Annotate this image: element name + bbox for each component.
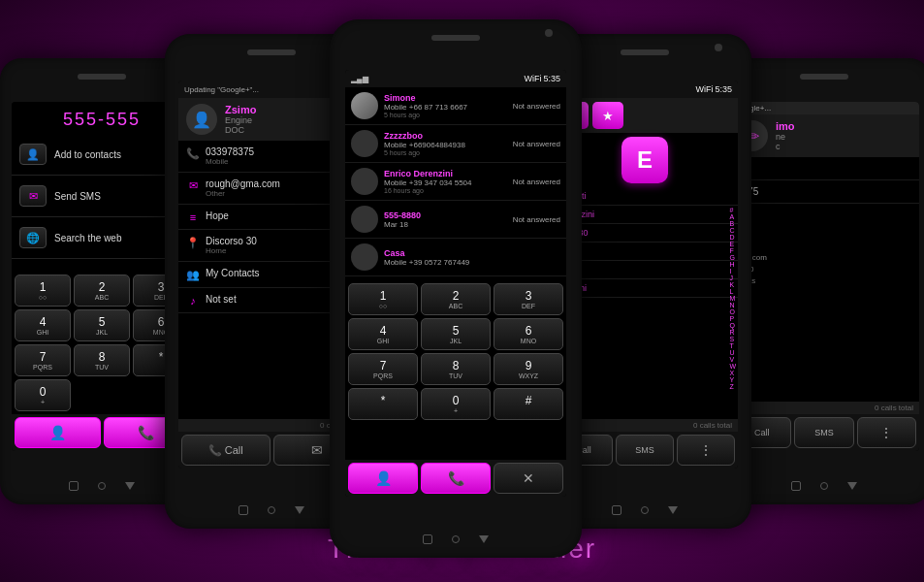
alpha-d[interactable]: D (729, 234, 736, 241)
contacts-btn-3[interactable]: 👤 (348, 463, 418, 494)
nav-menu-3[interactable] (479, 535, 489, 543)
key-8[interactable]: 8TUV (74, 344, 130, 376)
contact-name-derenzini: Derenzini (558, 210, 732, 219)
alpha-c[interactable]: C (729, 227, 736, 234)
phone-4-icons: WiFi 5:35 (695, 84, 732, 94)
alpha-x[interactable]: X (729, 370, 736, 376)
call-item-4[interactable]: 555-8880 Mar 18 Not answered (345, 201, 566, 239)
phone-5-name: imo (776, 120, 911, 132)
phone-3-speaker (431, 35, 480, 41)
call-item-5[interactable]: Casa Mobile +39 0572 767449 (345, 239, 566, 276)
alpha-a[interactable]: A (729, 213, 736, 220)
call-info-3: Enrico Derenzini Mobile +39 347 034 5504… (384, 169, 507, 194)
p3-key-hash[interactable]: # (494, 388, 563, 420)
key-1[interactable]: 1○○ (15, 275, 71, 307)
key-0[interactable]: 0+ (15, 379, 71, 411)
alpha-e[interactable]: E (729, 241, 736, 247)
p3-key-5[interactable]: 5JKL (421, 318, 491, 350)
p3-key-star[interactable]: * (348, 388, 418, 420)
alpha-w[interactable]: W (729, 363, 736, 370)
alpha-p[interactable]: P (729, 315, 736, 322)
phone-5-nav (791, 481, 857, 491)
call-btn-3[interactable]: 📞 (421, 463, 491, 494)
delete-btn-3[interactable]: ✕ (494, 463, 563, 494)
alpha-j[interactable]: J (729, 275, 736, 281)
alpha-l[interactable]: L (729, 288, 736, 295)
nav-back-3[interactable] (423, 534, 432, 544)
nav-back-5[interactable] (791, 481, 801, 491)
call-avatar-2 (351, 130, 378, 157)
nav-home-4[interactable] (641, 506, 649, 514)
phone-5-contact-info: imo ne c (776, 120, 911, 151)
alpha-s[interactable]: S (729, 336, 736, 342)
p3-key-8[interactable]: 8TUV (421, 353, 491, 385)
alpha-r[interactable]: R (729, 329, 736, 336)
alpha-f[interactable]: F (729, 247, 736, 254)
call-name-1: Simone (384, 93, 507, 103)
alpha-t[interactable]: T (729, 342, 736, 349)
contact-name-gialdini: Gialdini (558, 283, 732, 293)
phone-3-dialer: ▂▄▆ WiFi 5:35 Simone Mobile +66 87 713 6… (345, 70, 566, 497)
alpha-g[interactable]: G (729, 254, 736, 261)
more-action-5[interactable]: ⋮ (857, 417, 916, 448)
call-avatar-4 (351, 206, 378, 233)
p3-key-1[interactable]: 1○○ (348, 283, 418, 315)
alpha-n[interactable]: N (729, 302, 736, 308)
contacts-star-btn[interactable]: ★ (592, 102, 623, 129)
nav-menu-2[interactable] (295, 506, 304, 514)
phone-2-speaker (247, 49, 296, 55)
alpha-b[interactable]: B (729, 220, 736, 227)
p3-key-7[interactable]: 7PQRS (348, 353, 418, 385)
p3-key-9[interactable]: 9WXYZ (494, 353, 563, 385)
nav-menu-5[interactable] (847, 482, 857, 490)
nav-back-2[interactable] (239, 505, 248, 515)
key-7[interactable]: 7PQRS (15, 344, 71, 376)
more-action-4[interactable]: ⋮ (677, 435, 735, 466)
call-item-1[interactable]: Simone Mobile +66 87 713 6667 5 hours ag… (345, 87, 566, 125)
phone-3-signal: ▂▄▆ (351, 75, 368, 83)
contacts-button-1[interactable]: 👤 (15, 417, 101, 448)
alpha-hash[interactable]: # (729, 207, 736, 213)
alpha-z[interactable]: Z (729, 383, 736, 390)
sms-action-5[interactable]: SMS (794, 417, 853, 448)
alpha-i[interactable]: I (729, 268, 736, 275)
call-status-2: Not answered (513, 140, 560, 148)
nav-home-5[interactable] (820, 482, 828, 490)
p3-key-4[interactable]: 4GHI (348, 318, 418, 350)
call-number-4: Mar 18 (384, 220, 507, 229)
e-initial-button[interactable]: E (621, 137, 668, 183)
call-info-2: Zzzzzboo Mobile +669064884938 5 hours ag… (384, 131, 507, 156)
call-name-4: 555-8880 (384, 210, 507, 220)
nav-menu-1[interactable] (125, 482, 135, 490)
p3-key-0[interactable]: 0+ (421, 388, 491, 420)
contacts-field-icon: 👥 (186, 269, 200, 281)
call-item-3[interactable]: Enrico Derenzini Mobile +39 347 034 5504… (345, 163, 566, 201)
nav-home-3[interactable] (452, 535, 460, 543)
nav-back-1[interactable] (69, 481, 79, 491)
alpha-m[interactable]: M (729, 295, 736, 302)
key-2[interactable]: 2ABC (74, 275, 130, 307)
alpha-k[interactable]: K (729, 281, 736, 288)
alpha-h[interactable]: H (729, 261, 736, 268)
nav-back-4[interactable] (612, 505, 621, 515)
nav-menu-4[interactable] (668, 506, 678, 514)
call-action-2[interactable]: 📞 Call (181, 435, 271, 466)
call-name-3: Enrico Derenzini (384, 169, 507, 178)
p3-key-2[interactable]: 2ABC (421, 283, 491, 315)
p3-key-3[interactable]: 3DEF (494, 283, 563, 315)
nav-home-2[interactable] (268, 506, 275, 514)
alpha-q[interactable]: Q (729, 322, 736, 329)
key-5[interactable]: 5JKL (74, 309, 130, 341)
phone-5-hash-field: # (729, 157, 919, 180)
alpha-y[interactable]: Y (729, 376, 736, 383)
alpha-u[interactable]: U (729, 349, 736, 356)
key-4[interactable]: 4GHI (15, 309, 71, 341)
nav-home-1[interactable] (98, 482, 106, 490)
sms-action-4[interactable]: SMS (616, 435, 674, 466)
alpha-v[interactable]: V (729, 356, 736, 363)
alpha-o[interactable]: O (729, 308, 736, 315)
ringtone-field-icon: ♪ (186, 295, 200, 307)
call-item-2[interactable]: Zzzzzboo Mobile +669064884938 5 hours ag… (345, 125, 566, 163)
p3-key-6[interactable]: 6MNO (494, 318, 563, 350)
email-label: Other (206, 189, 280, 198)
